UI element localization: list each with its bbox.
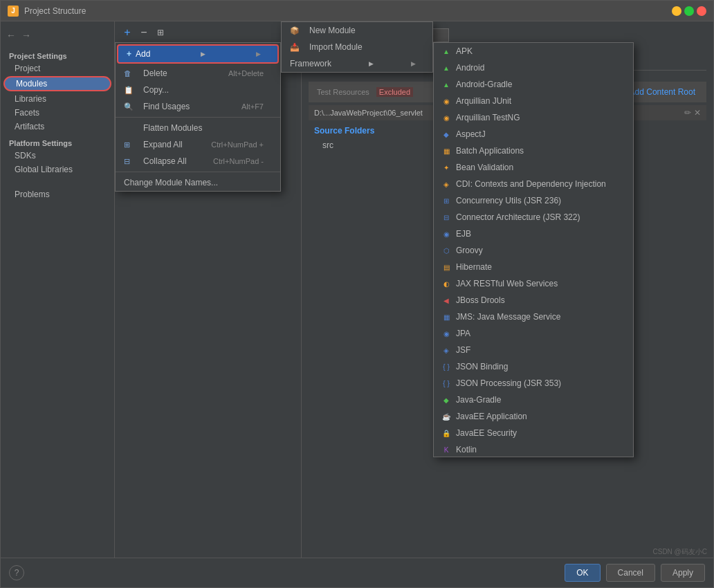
help-button[interactable]: ? xyxy=(9,565,24,580)
ctx-add-item[interactable]: + Add ▶ xyxy=(117,44,279,64)
ctx-separator-2 xyxy=(116,172,280,172)
sidebar-item-artifacts[interactable]: Artifacts xyxy=(1,120,114,134)
plus-icon: + xyxy=(127,49,131,59)
android-icon: ▲ xyxy=(441,62,452,73)
expand-icon: ⊞ xyxy=(124,140,135,149)
fw-javaee-app[interactable]: ☕ JavaEE Application xyxy=(434,408,633,425)
excluded-badge: Excluded xyxy=(376,87,413,97)
batch-icon: ▦ xyxy=(441,145,452,156)
fw-apk[interactable]: ▲ APK xyxy=(434,43,633,59)
fw-jpa[interactable]: ◉ JPA xyxy=(434,325,633,342)
sidebar-item-global-libraries[interactable]: Global Libraries xyxy=(1,163,114,176)
find-icon: 🔍 xyxy=(124,102,135,111)
module-toolbar: + − ⊞ xyxy=(115,21,301,44)
watermark: CSDN @码友小C xyxy=(653,547,708,557)
section-badges: Test Resources Excluded xyxy=(314,87,413,97)
context-menu: + Add ▶ 🗑 Delete Alt+Delete xyxy=(115,42,281,192)
ctx-delete-item[interactable]: 🗑 Delete Alt+Delete xyxy=(116,65,280,82)
fw-json-processing[interactable]: { } JSON Processing (JSR 353) xyxy=(434,375,633,392)
new-module-icon: 📦 xyxy=(290,26,301,35)
window-title: Project Structure xyxy=(24,6,672,16)
cdi-icon: ◈ xyxy=(441,178,452,190)
remove-module-button[interactable]: − xyxy=(137,26,151,39)
copy-icon: 📋 xyxy=(124,86,135,95)
sidebar: ← → Project Settings Project Modules Lib… xyxy=(1,21,115,558)
add-new-module-item[interactable]: 📦 New Module xyxy=(282,22,432,39)
sidebar-item-sdks[interactable]: SDKs xyxy=(1,149,114,163)
fw-concurrency-utils[interactable]: ⊞ Concurrency Utils (JSR 236) xyxy=(434,192,633,209)
fw-hibernate[interactable]: ▤ Hibernate xyxy=(434,259,633,275)
sidebar-item-facets[interactable]: Facets xyxy=(1,106,114,120)
main-area: ← → Project Settings Project Modules Lib… xyxy=(1,21,713,558)
bottom-bar: ? OK Cancel Apply CSDN @码友小C xyxy=(1,558,713,587)
json-processing-icon: { } xyxy=(441,378,452,389)
forward-arrow[interactable]: → xyxy=(21,30,31,41)
remove-path-icon[interactable]: ✕ xyxy=(694,108,701,118)
apply-button[interactable]: Apply xyxy=(661,564,705,582)
edit-path-icon[interactable]: ✏ xyxy=(684,108,691,118)
fw-groovy[interactable]: ⬡ Groovy xyxy=(434,242,633,259)
sidebar-item-problems[interactable]: Problems xyxy=(1,187,114,201)
content-area: + − ⊞ 📁 06_servlet + Add xyxy=(115,21,713,558)
framework-submenu: ▲ APK ▲ Android ▲ Android-Gradle ◉ Arqui… xyxy=(433,42,634,457)
fw-aspectj[interactable]: ◆ AspectJ xyxy=(434,126,633,143)
sidebar-item-libraries[interactable]: Libraries xyxy=(1,92,114,106)
fw-jsf[interactable]: ◈ JSF xyxy=(434,342,633,358)
fw-jax-rest[interactable]: ◐ JAX RESTful Web Services xyxy=(434,275,633,292)
cancel-button[interactable]: Cancel xyxy=(606,564,655,582)
fw-arquillian-junit[interactable]: ◉ Arquillian JUnit xyxy=(434,93,633,109)
maximize-button[interactable] xyxy=(684,6,694,16)
fw-ejb[interactable]: ◉ EJB xyxy=(434,226,633,242)
fw-arquillian-testng[interactable]: ◉ Arquillian TestNG xyxy=(434,109,633,126)
ctx-change-names-item[interactable]: Change Module Names... xyxy=(116,174,280,191)
fw-android-gradle[interactable]: ▲ Android-Gradle xyxy=(434,76,633,93)
import-module-icon: 📥 xyxy=(290,43,301,52)
ctx-flatten-item[interactable]: Flatten Modules xyxy=(116,120,280,136)
jboss-icon: ◀ xyxy=(441,295,452,306)
ctx-copy-item[interactable]: 📋 Copy... xyxy=(116,82,280,98)
json-binding-icon: { } xyxy=(441,361,452,372)
back-arrow[interactable]: ← xyxy=(6,30,16,41)
collapse-icon: ⊟ xyxy=(124,157,135,166)
titlebar: J Project Structure xyxy=(1,1,713,21)
fw-json-binding[interactable]: { } JSON Binding xyxy=(434,358,633,375)
ctx-separator-1 xyxy=(116,117,280,118)
fw-jms[interactable]: ▦ JMS: Java Message Service xyxy=(434,309,633,325)
sidebar-item-modules[interactable]: Modules xyxy=(3,76,111,91)
ctx-expand-all-item[interactable]: ⊞ Expand All Ctrl+NumPad + xyxy=(116,136,280,153)
ctx-collapse-all-item[interactable]: ⊟ Collapse All Ctrl+NumPad - xyxy=(116,153,280,169)
test-resources-badge: Test Resources xyxy=(314,87,372,97)
jpa-icon: ◉ xyxy=(441,328,452,339)
fw-java-gradle[interactable]: ◆ Java-Gradle xyxy=(434,392,633,408)
copy-module-button[interactable]: ⊞ xyxy=(154,26,167,39)
platform-settings-label: Platform Settings xyxy=(1,136,114,149)
minimize-button[interactable] xyxy=(672,6,681,16)
jms-icon: ▦ xyxy=(441,311,452,322)
project-structure-window: J Project Structure ← → Project Settings… xyxy=(0,0,714,588)
jsf-icon: ◈ xyxy=(441,344,452,356)
close-button[interactable] xyxy=(697,6,706,16)
window-controls xyxy=(672,6,706,16)
fw-batch-applications[interactable]: ▦ Batch Applications xyxy=(434,143,633,159)
android-gradle-icon: ▲ xyxy=(441,79,452,90)
arquillian-testng-icon: ◉ xyxy=(441,112,452,123)
fw-bean-validation[interactable]: ✦ Bean Validation xyxy=(434,159,633,176)
ok-button[interactable]: OK xyxy=(565,564,600,582)
fw-android[interactable]: ▲ Android xyxy=(434,59,633,76)
groovy-icon: ⬡ xyxy=(441,245,452,256)
fw-kotlin[interactable]: K Kotlin xyxy=(434,441,633,457)
sidebar-item-project[interactable]: Project xyxy=(1,62,114,75)
fw-javaee-security[interactable]: 🔒 JavaEE Security xyxy=(434,425,633,441)
fw-connector-arch[interactable]: ⊟ Connector Architecture (JSR 322) xyxy=(434,209,633,226)
module-panel: + − ⊞ 📁 06_servlet + Add xyxy=(115,21,302,558)
add-import-module-item[interactable]: 📥 Import Module xyxy=(282,39,432,55)
fw-jboss-drools[interactable]: ◀ JBoss Drools xyxy=(434,292,633,309)
kotlin-icon: K xyxy=(441,444,452,455)
ctx-find-usages-item[interactable]: 🔍 Find Usages Alt+F7 xyxy=(116,98,280,115)
java-gradle-icon: ◆ xyxy=(441,394,452,405)
apk-icon: ▲ xyxy=(441,46,452,57)
add-module-button[interactable]: + xyxy=(120,26,134,39)
bean-validation-icon: ✦ xyxy=(441,162,452,173)
fw-cdi[interactable]: ◈ CDI: Contexts and Dependency Injection xyxy=(434,176,633,192)
add-framework-item[interactable]: Framework ▶ xyxy=(282,55,432,72)
